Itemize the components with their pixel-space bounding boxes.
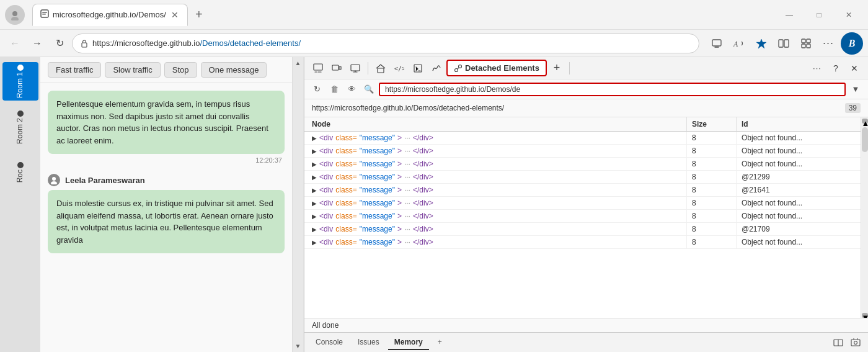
forward-button[interactable]: → — [27, 34, 47, 53]
refresh-button[interactable]: ↻ — [50, 34, 69, 53]
expand-icon[interactable]: ▶ — [312, 239, 317, 246]
detached-elements-tab[interactable]: Detached Elements — [446, 60, 547, 76]
url-text: https://microsoftedge.github.io/Demos/de… — [92, 38, 691, 48]
more-button[interactable]: ··· — [818, 34, 838, 53]
message-block-1: Pellentesque elementum gravida sem, in t… — [48, 91, 285, 164]
svg-text:𝐴: 𝐴 — [733, 39, 738, 48]
profile-avatar[interactable] — [5, 5, 25, 25]
help-button[interactable]: ? — [827, 60, 844, 77]
dt-eye-button[interactable]: 👁 — [344, 82, 359, 97]
bing-button[interactable]: B — [841, 32, 863, 55]
slow-traffic-button[interactable]: Slow traffic — [105, 62, 160, 78]
svg-rect-12 — [807, 39, 810, 43]
read-aloud-icon[interactable]: 𝐴 — [729, 34, 749, 53]
dt-url-input[interactable] — [379, 83, 846, 96]
minimize-button[interactable]: — — [775, 5, 804, 25]
cell-node: ▶ <div class="message"> ··· </div> — [304, 236, 687, 248]
room-item-roc[interactable]: Roc — [2, 154, 38, 191]
table-row[interactable]: ▶ <div class="message"> ··· </div> 8 Obj… — [304, 210, 861, 223]
screencast-button[interactable] — [347, 60, 364, 77]
dt-dropdown-button[interactable]: ▼ — [848, 82, 863, 97]
favorites-icon[interactable] — [751, 34, 771, 53]
expand-icon[interactable]: ▶ — [312, 226, 317, 233]
url-bar[interactable]: https://microsoftedge.github.io/Demos/de… — [72, 34, 699, 53]
scroll-down-arrow[interactable]: ▼ — [862, 313, 868, 318]
expand-icon[interactable]: ▶ — [312, 213, 317, 220]
devtools-url-bar: ↻ 🗑 👁 🔍 ▼ — [304, 79, 868, 99]
table-row[interactable]: ▶ <div class="message"> ··· </div> 8 Obj… — [304, 236, 861, 249]
screenshot-icon[interactable] — [848, 335, 863, 350]
extensions-icon[interactable] — [796, 34, 816, 53]
cell-node: ▶ <div class="message"> ··· </div> — [304, 184, 687, 196]
close-button[interactable]: ✕ — [835, 5, 863, 25]
cell-id: @21299 — [737, 171, 861, 183]
memory-tab[interactable]: Memory — [388, 335, 429, 350]
expand-icon[interactable]: ▶ — [312, 148, 317, 155]
table-row[interactable]: ▶ <div class="message"> ··· </div> 8 @21… — [304, 223, 861, 236]
expand-icon[interactable]: ▶ — [312, 174, 317, 181]
stop-button[interactable]: Stop — [164, 62, 197, 78]
performance-button[interactable] — [428, 60, 445, 77]
dt-table-container: Node Size Id ▶ <div class="message"> ···… — [304, 117, 868, 318]
room-dot — [17, 162, 24, 168]
message-block-2: Leela Parameswaran Duis molestie cursus … — [48, 174, 285, 253]
inspect-element-button[interactable] — [309, 60, 327, 77]
detached-tab-label: Detached Elements — [465, 63, 539, 73]
tab-close-button[interactable]: ✕ — [170, 10, 180, 20]
dt-vertical-scrollbar[interactable]: ▲ ▼ — [861, 117, 868, 318]
message-time: 12:20:37 — [48, 156, 285, 164]
expand-icon[interactable]: ▶ — [312, 135, 317, 142]
scroll-up-button[interactable]: ▲ — [293, 57, 304, 69]
dt-refresh-button[interactable]: ↻ — [309, 82, 324, 97]
home-button[interactable] — [372, 60, 389, 77]
room-item-room1[interactable]: Room 1 — [2, 62, 38, 101]
expand-icon[interactable]: ▶ — [312, 187, 317, 194]
table-row[interactable]: ▶ <div class="message"> ··· </div> 8 @21… — [304, 171, 861, 184]
sources-button[interactable] — [409, 60, 427, 77]
expand-icon[interactable]: ▶ — [312, 200, 317, 207]
col-node: Node — [304, 117, 687, 131]
cell-size: 8 — [687, 145, 737, 157]
elements-button[interactable]: </> — [391, 60, 408, 77]
svg-point-25 — [459, 65, 462, 68]
table-row[interactable]: ▶ <div class="message"> ··· </div> 8 Obj… — [304, 197, 861, 210]
table-row[interactable]: ▶ <div class="message"> ··· </div> 8 Obj… — [304, 132, 861, 145]
fast-traffic-button[interactable]: Fast traffic — [48, 62, 101, 78]
maximize-button[interactable]: □ — [805, 5, 833, 25]
dock-icon[interactable] — [831, 335, 846, 350]
console-tab[interactable]: Console — [309, 335, 349, 350]
cell-size: 8 — [687, 236, 737, 248]
cell-size: 8 — [687, 158, 737, 170]
main-content: Room 1 Room 2 Roc Fast traffic Slow traf… — [0, 57, 868, 352]
more-panels-button[interactable]: ··· — [808, 60, 826, 77]
cell-node: ▶ <div class="message"> ··· </div> — [304, 223, 687, 235]
table-row[interactable]: ▶ <div class="message"> ··· </div> 8 Obj… — [304, 158, 861, 171]
split-screen-icon[interactable] — [774, 34, 794, 53]
svg-marker-8 — [756, 39, 766, 48]
new-tab-button[interactable]: + — [190, 6, 208, 24]
device-emulation-button[interactable] — [328, 60, 345, 77]
active-tab[interactable]: microsoftedge.github.io/Demos/ ✕ — [32, 4, 188, 26]
devtools-content: https://microsoftedge.github.io/Demos/de… — [304, 99, 868, 332]
table-row[interactable]: ▶ <div class="message"> ··· </div> 8 Obj… — [304, 145, 861, 158]
collections-icon[interactable] — [707, 34, 727, 53]
add-panel-button[interactable]: + — [548, 60, 565, 77]
scroll-down-button[interactable]: ▼ — [293, 340, 304, 352]
sender-avatar — [48, 174, 60, 186]
back-button[interactable]: ← — [5, 34, 25, 53]
room-item-room2[interactable]: Room 2 — [2, 108, 38, 147]
close-devtools-button[interactable]: ✕ — [846, 60, 863, 77]
one-message-button[interactable]: One message — [201, 62, 267, 78]
table-row[interactable]: ▶ <div class="message"> ··· </div> 8 @21… — [304, 184, 861, 197]
add-tab-button[interactable]: + — [432, 335, 448, 350]
scroll-thumb[interactable] — [862, 127, 868, 152]
cell-node: ▶ <div class="message"> ··· </div> — [304, 171, 687, 183]
tab-title: microsoftedge.github.io/Demos/ — [53, 10, 166, 19]
room-dot — [17, 111, 24, 117]
dt-search-button[interactable]: 🔍 — [361, 82, 376, 97]
scroll-up-arrow[interactable]: ▲ — [862, 119, 868, 124]
issues-tab[interactable]: Issues — [352, 335, 386, 350]
expand-icon[interactable]: ▶ — [312, 161, 317, 168]
dt-status-bar: All done — [304, 318, 868, 332]
dt-delete-button[interactable]: 🗑 — [327, 82, 342, 97]
